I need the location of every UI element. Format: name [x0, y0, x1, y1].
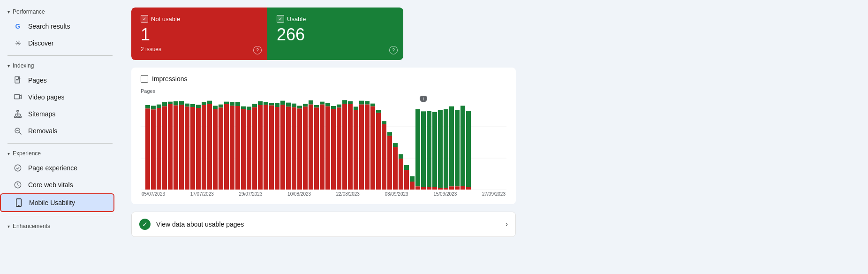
- sidebar-item-label: Core web vitals: [28, 181, 73, 189]
- not-usable-header: ✓ Not usable: [141, 15, 258, 23]
- sidebar-section-enhancements[interactable]: ▾ Enhancements: [0, 220, 120, 232]
- sidebar-item-pages[interactable]: Pages: [0, 72, 114, 89]
- discover-icon: ✳: [13, 38, 23, 48]
- sidebar-item-video-pages[interactable]: Video pages: [0, 89, 114, 106]
- x-label-7: 15/09/2023: [433, 191, 457, 197]
- x-label-3: 29/07/2023: [239, 191, 262, 197]
- chevron-right-icon: ›: [506, 220, 508, 228]
- sidebar-section-indexing[interactable]: ▾ Indexing: [0, 60, 120, 72]
- google-icon: G: [13, 22, 23, 31]
- x-label-8: 27/09/2023: [482, 191, 506, 197]
- usable-value: 266: [277, 26, 394, 43]
- svg-rect-7: [19, 116, 22, 118]
- chart-header: Impressions: [141, 75, 506, 83]
- sidebar-item-label: Discover: [28, 39, 53, 47]
- sidebar: ▾ Performance G Search results ✳ Discove…: [0, 0, 120, 274]
- sidebar-item-label: Removals: [28, 127, 57, 135]
- page-experience-icon: [13, 163, 23, 173]
- x-label-4: 10/08/2023: [287, 191, 311, 197]
- sidebar-item-page-experience[interactable]: Page experience: [0, 160, 114, 176]
- mobile-usability-icon: [14, 198, 23, 207]
- not-usable-card[interactable]: ✓ Not usable 1 2 issues ?: [131, 8, 267, 60]
- usable-label: Usable: [287, 15, 306, 23]
- not-usable-help-icon[interactable]: ?: [253, 46, 262, 54]
- sidebar-item-removals[interactable]: Removals: [0, 122, 114, 139]
- divider: [8, 216, 113, 216]
- sidebar-item-label: Page experience: [28, 164, 77, 172]
- x-label-6: 03/09/2023: [385, 191, 408, 197]
- chart-title: Impressions: [152, 75, 187, 83]
- chevron-down-icon: ▾: [8, 9, 10, 15]
- sidebar-item-label: Sitemaps: [28, 110, 55, 118]
- sidebar-item-core-web-vitals[interactable]: Core web vitals: [0, 176, 114, 193]
- sidebar-item-label: Mobile Usability: [29, 199, 75, 206]
- svg-point-16: [15, 165, 21, 171]
- sidebar-item-label: Search results: [28, 23, 70, 30]
- chevron-down-icon: ▾: [8, 224, 10, 229]
- sidebar-section-performance[interactable]: ▾ Performance: [0, 6, 120, 18]
- main-content: ✓ Not usable 1 2 issues ? ✓ Usable 266 ?…: [120, 0, 868, 274]
- svg-rect-6: [17, 116, 19, 118]
- video-pages-icon: [13, 92, 23, 102]
- sidebar-item-sitemaps[interactable]: Sitemaps: [0, 106, 114, 122]
- core-web-vitals-icon: [13, 180, 23, 190]
- svg-rect-3: [15, 95, 20, 99]
- view-data-label: View data about usable pages: [156, 221, 500, 228]
- svg-rect-0: [15, 77, 20, 84]
- chevron-down-icon: ▾: [8, 151, 10, 156]
- sidebar-section-label: Performance: [13, 8, 45, 15]
- x-label-2: 17/07/2023: [190, 191, 214, 197]
- sidebar-section-experience[interactable]: ▾ Experience: [0, 147, 120, 160]
- svg-line-14: [19, 132, 21, 134]
- chart-area: 300 200 100 0: [141, 96, 506, 190]
- divider: [8, 55, 113, 56]
- usable-help-icon[interactable]: ?: [389, 46, 398, 54]
- chart-x-labels: 05/07/2023 17/07/2023 29/07/2023 10/08/2…: [141, 191, 506, 197]
- sitemaps-icon: [13, 109, 23, 119]
- sidebar-item-discover[interactable]: ✳ Discover: [0, 35, 114, 52]
- x-label-1: 05/07/2023: [142, 191, 165, 197]
- bar-chart-canvas: [141, 96, 506, 190]
- sidebar-section-label: Indexing: [13, 62, 34, 69]
- usable-header: ✓ Usable: [277, 15, 394, 23]
- svg-rect-5: [15, 116, 17, 118]
- stats-row: ✓ Not usable 1 2 issues ? ✓ Usable 266 ?: [131, 8, 403, 60]
- chart-y-label: Pages: [141, 88, 506, 94]
- view-data-button[interactable]: ✓ View data about usable pages ›: [131, 212, 516, 237]
- pages-icon: [13, 76, 23, 85]
- sidebar-item-label: Pages: [28, 76, 47, 84]
- not-usable-checkbox-icon: ✓: [141, 15, 148, 23]
- usable-card[interactable]: ✓ Usable 266 ?: [267, 8, 403, 60]
- svg-rect-4: [17, 111, 19, 112]
- usable-checkbox-icon: ✓: [277, 15, 284, 23]
- sidebar-item-search-results[interactable]: G Search results: [0, 18, 114, 35]
- chart-checkbox[interactable]: [141, 75, 148, 83]
- divider: [8, 143, 113, 144]
- not-usable-label: Not usable: [151, 15, 180, 23]
- sidebar-item-label: Video pages: [28, 93, 65, 101]
- chart-container: Impressions Pages 300 200 100 0: [131, 68, 516, 204]
- sidebar-item-mobile-usability[interactable]: Mobile Usability: [0, 193, 114, 212]
- not-usable-sub: 2 issues: [141, 46, 258, 53]
- x-label-5: 22/08/2023: [336, 191, 360, 197]
- green-check-icon: ✓: [139, 219, 151, 230]
- removals-icon: [13, 126, 23, 136]
- sidebar-section-label: Experience: [13, 150, 41, 157]
- not-usable-value: 1: [141, 26, 258, 43]
- sidebar-section-label: Enhancements: [13, 223, 50, 229]
- chevron-down-icon: ▾: [8, 63, 10, 68]
